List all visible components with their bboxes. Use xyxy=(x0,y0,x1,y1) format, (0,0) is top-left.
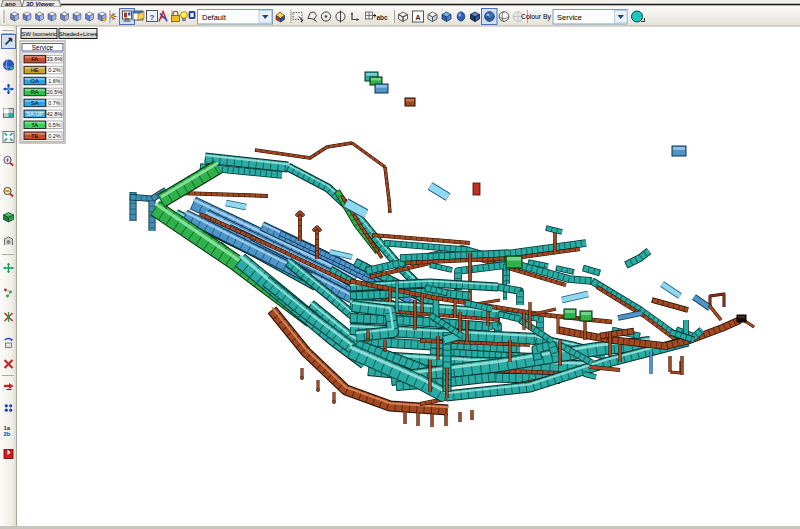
svg-text:?: ? xyxy=(150,13,155,22)
svg-text:SW Isometric: SW Isometric xyxy=(21,31,57,37)
svg-text:SA UP: SA UP xyxy=(26,111,43,117)
svg-text:SA: SA xyxy=(31,100,39,106)
svg-text:ano: ano xyxy=(5,1,16,7)
svg-text:Service: Service xyxy=(557,13,582,22)
svg-text:42.8%: 42.8% xyxy=(47,111,62,117)
svg-text:RA: RA xyxy=(31,89,39,95)
svg-text:OA: OA xyxy=(31,78,40,84)
svg-text:33.6%: 33.6% xyxy=(47,56,62,62)
svg-text:1.6%: 1.6% xyxy=(48,78,60,84)
svg-text:Colour By: Colour By xyxy=(521,13,551,21)
svg-text:0.2%: 0.2% xyxy=(48,133,60,139)
svg-text:abc: abc xyxy=(376,14,388,21)
svg-text:Default: Default xyxy=(202,13,227,22)
svg-text:Shaded+Lines: Shaded+Lines xyxy=(59,31,98,37)
svg-text:2b: 2b xyxy=(4,431,11,437)
svg-text:TA: TA xyxy=(31,122,38,128)
svg-text:3D Viewer: 3D Viewer xyxy=(26,1,55,7)
svg-text:0.2%: 0.2% xyxy=(48,67,60,73)
svg-text:0.5%: 0.5% xyxy=(48,122,60,128)
svg-text:20.5%: 20.5% xyxy=(47,89,62,95)
svg-text:TE: TE xyxy=(31,133,39,139)
svg-text:HE: HE xyxy=(31,67,39,73)
svg-text:Service: Service xyxy=(32,44,54,51)
svg-text:0.7%: 0.7% xyxy=(48,100,60,106)
svg-text:A: A xyxy=(415,13,421,22)
svg-text:FA: FA xyxy=(31,56,38,62)
